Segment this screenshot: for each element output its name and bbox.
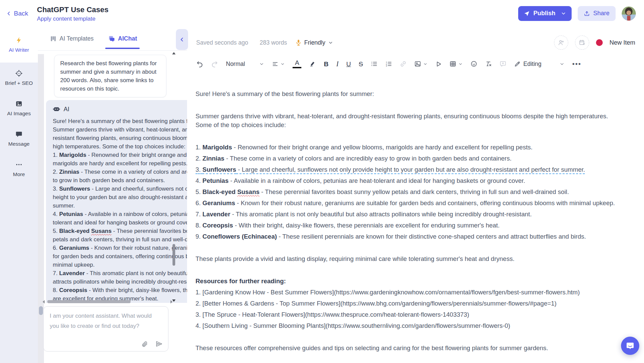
share-button[interactable]: Share: [578, 6, 616, 21]
bold-button[interactable]: B: [324, 61, 328, 67]
ai-message-header: AI: [53, 105, 187, 113]
redo-button[interactable]: [211, 60, 218, 68]
undo-button[interactable]: [196, 60, 203, 68]
workflow-status[interactable]: New Item: [610, 39, 635, 46]
chat-line: 5. Black-eyed Susans - These perennial f…: [53, 227, 187, 235]
mode-chevron[interactable]: [559, 62, 565, 67]
sidebar-item-brief-seo[interactable]: Brief + SEO: [0, 63, 38, 93]
send-message-icon[interactable]: [156, 340, 163, 347]
tab-label: AI Templates: [60, 35, 94, 42]
collapse-chat-button[interactable]: [176, 29, 188, 50]
chat-line: petals and dark centers, thriving in ful…: [53, 235, 187, 244]
share-label: Share: [593, 10, 610, 17]
paragraph-style-value: Normal: [226, 60, 245, 68]
columns-icon: [50, 35, 56, 42]
chat-launcher-button[interactable]: [621, 337, 639, 355]
doc-paragraph: Resources for further reading:: [196, 277, 624, 286]
doc-paragraph: Sure! Here's a summary of the best flowe…: [196, 90, 624, 98]
underline-button[interactable]: U: [346, 61, 351, 67]
sidebar-item-label: Brief + SEO: [5, 80, 33, 86]
doc-paragraph: 2. Zinnias - These come in a variety of …: [196, 154, 624, 163]
doc-paragraph: 6. Geraniums - Known for their robust na…: [196, 199, 624, 208]
image-icon: [414, 60, 421, 67]
chat-line: minimal upkeep.: [53, 261, 187, 269]
top-header: Back ChatGPT Use Cases Apply content tem…: [0, 0, 644, 27]
sidebar-item-message[interactable]: Message: [0, 123, 38, 154]
scroll-left-arrow[interactable]: [43, 300, 45, 304]
doc-paragraph: 9. Coneflowers (Echinacea) - These resil…: [196, 232, 624, 241]
doc-spacer: [196, 101, 624, 110]
document-body[interactable]: Sure! Here's a summary of the best flowe…: [196, 90, 624, 363]
insert-image-button[interactable]: [414, 60, 428, 67]
chat-panel: AI Templates AIChat Research the best fl…: [38, 27, 187, 363]
italic-button[interactable]: I: [336, 60, 339, 67]
scrollbar-thumb[interactable]: [39, 306, 43, 315]
apply-template-link[interactable]: Apply content template: [37, 16, 109, 22]
strikethrough-button[interactable]: S: [359, 61, 363, 67]
chat-vertical-scrollbar[interactable]: [171, 51, 177, 303]
editor-status-bar: Saved seconds ago 283 words Friendly: [196, 35, 635, 50]
chat-line: tolerant and ideal for hanging baskets o…: [53, 218, 187, 227]
paragraph-style-select[interactable]: Normal: [226, 60, 264, 68]
chat-line: resistant flowering plants, ensuring con…: [53, 134, 187, 142]
sidebar-item-ai-images[interactable]: AI Images: [0, 93, 38, 123]
align-select[interactable]: [272, 61, 285, 67]
mic-icon: [296, 39, 301, 46]
chat-horizontal-scrollbar[interactable]: [43, 299, 172, 304]
chat-line: summer.: [53, 201, 187, 210]
doc-paragraph: Summer gardens thrive with vibrant, heat…: [196, 112, 624, 129]
publish-button[interactable]: Publish: [518, 6, 572, 21]
edit-mode-button[interactable]: Editing: [514, 60, 542, 68]
ai-message: AI Sure! Here's a summary of the best fl…: [46, 100, 187, 303]
publish-label: Publish: [533, 10, 555, 17]
emoji-button[interactable]: [470, 60, 477, 67]
scroll-right-arrow[interactable]: [170, 300, 172, 304]
chat-line: high temperatures. Some of the top choic…: [53, 142, 187, 151]
doc-paragraph: 5. Black-eyed Susans - These perennial f…: [196, 188, 624, 196]
avatar[interactable]: [622, 6, 636, 21]
clear-formatting-button[interactable]: [485, 60, 492, 67]
more-options-button[interactable]: •••: [572, 63, 581, 65]
chevron-down-icon: [458, 62, 463, 66]
doc-spacer: [196, 243, 624, 252]
chevron-left-icon: [6, 11, 12, 16]
status-dot: [596, 39, 603, 46]
doc-spacer: [196, 333, 624, 341]
letter-a-icon: A: [295, 59, 299, 66]
link-button[interactable]: [400, 60, 407, 67]
scrollbar-thumb[interactable]: [172, 244, 175, 266]
scroll-up-arrow[interactable]: [172, 52, 176, 54]
app-window: Back ChatGPT Use Cases Apply content tem…: [0, 0, 644, 363]
paperclip-icon[interactable]: [141, 341, 148, 347]
chevron-down-icon: [561, 11, 566, 16]
numbered-list-button[interactable]: 123: [385, 60, 392, 67]
bullet-list-button[interactable]: [371, 60, 377, 67]
assign-user-button[interactable]: [554, 35, 568, 50]
scrollbar-thumb[interactable]: [47, 300, 131, 303]
robot-icon: [53, 105, 60, 113]
back-button[interactable]: Back: [6, 10, 28, 17]
chat-line: Sure! Here's a summary of the best flowe…: [53, 117, 187, 125]
sidebar-item-more[interactable]: More: [0, 154, 38, 184]
text-color-button[interactable]: A: [293, 59, 301, 68]
editor-status-actions: New Item: [554, 35, 635, 50]
comment-button[interactable]: [500, 60, 506, 67]
tab-ai-templates[interactable]: AI Templates: [50, 35, 94, 42]
chevron-down-icon: [280, 62, 285, 66]
sidebar-item-ai-writer[interactable]: AI Writer: [0, 27, 38, 63]
tone-selector[interactable]: Friendly: [296, 39, 333, 46]
user-message: Research the best flowering plants for s…: [54, 55, 166, 97]
chat-bubbles-icon: [108, 35, 115, 42]
scroll-down-arrow[interactable]: [172, 299, 176, 302]
highlight-button[interactable]: [309, 60, 316, 67]
embed-media-button[interactable]: [435, 61, 442, 67]
sidebar-item-label: More: [13, 171, 25, 177]
insert-table-button[interactable]: [450, 60, 463, 67]
chevron-down-icon: [423, 62, 428, 66]
person-add-icon: [558, 39, 565, 46]
tab-aichat[interactable]: AIChat: [108, 35, 137, 42]
chat-input[interactable]: [50, 311, 162, 335]
chevron-left-icon: [179, 37, 185, 42]
align-left-icon: [272, 61, 278, 67]
schedule-button[interactable]: [575, 35, 589, 50]
